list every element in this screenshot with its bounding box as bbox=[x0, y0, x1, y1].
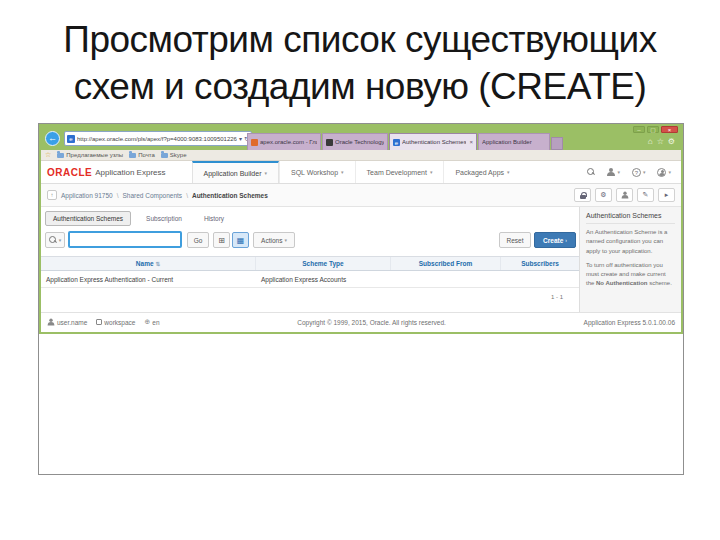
tab-history[interactable]: History bbox=[197, 212, 231, 225]
user-menu[interactable]: ▾ bbox=[657, 168, 671, 177]
screenshot-frame: – ▢ × ← e http://apex.oracle.com/pls/ape… bbox=[38, 123, 684, 475]
back-button[interactable]: ← bbox=[45, 131, 60, 146]
developer-button[interactable] bbox=[616, 188, 633, 202]
column-header-scheme-type[interactable]: Scheme Type bbox=[256, 257, 391, 270]
breadcrumb-current: Authentication Schemes bbox=[192, 192, 268, 199]
lock-icon bbox=[580, 192, 586, 199]
browser-tab-2[interactable]: Oracle Technology Network bbox=[322, 133, 388, 150]
nav-label: Application Builder bbox=[204, 170, 262, 177]
administration-menu[interactable]: ▾ bbox=[607, 168, 620, 176]
favorite-label: Skype bbox=[170, 152, 187, 158]
window-controls: – ▢ × bbox=[633, 126, 678, 133]
tab-authentication-schemes[interactable]: Authentication Schemes bbox=[45, 211, 131, 226]
settings-gear-icon[interactable]: ⚙ bbox=[668, 137, 675, 147]
search-button[interactable] bbox=[587, 168, 595, 176]
favorite-item[interactable]: Предлагаемые узлы bbox=[57, 152, 123, 158]
footer-workspace-text: workspace bbox=[104, 319, 135, 326]
favorite-item[interactable]: Skype bbox=[161, 152, 187, 158]
run-icon: ▸ bbox=[665, 191, 669, 199]
chevron-down-icon: ▾ bbox=[59, 237, 62, 243]
favorite-item[interactable]: Почта bbox=[129, 152, 155, 158]
tab-subscription[interactable]: Subscription bbox=[139, 212, 189, 225]
maximize-button[interactable]: ▢ bbox=[647, 126, 659, 133]
table-row[interactable]: Application Express Authentication - Cur… bbox=[41, 271, 579, 288]
run-button[interactable]: ▸ bbox=[658, 188, 675, 202]
user-avatar-icon bbox=[657, 168, 666, 177]
search-column-button[interactable]: ▾ bbox=[45, 232, 65, 248]
search-toolbar: ▾ Go ⊞ ▦ Actions ▾ Reset Create bbox=[41, 228, 579, 254]
apex-nav: Application Builder ▾ SQL Workshop ▾ Tea… bbox=[192, 161, 521, 183]
chevron-down-icon: ▾ bbox=[430, 169, 433, 175]
search-input[interactable] bbox=[68, 231, 182, 248]
cell-name[interactable]: Application Express Authentication - Cur… bbox=[41, 271, 256, 287]
help-paragraph-2: To turn off authentication you must crea… bbox=[586, 261, 675, 289]
nav-packaged-apps[interactable]: Packaged Apps ▾ bbox=[443, 161, 520, 183]
browser-titlebar: – ▢ × ← e http://apex.oracle.com/pls/ape… bbox=[41, 124, 681, 150]
reset-button[interactable]: Reset bbox=[499, 232, 531, 248]
new-tab-button[interactable] bbox=[551, 137, 563, 150]
actions-button[interactable]: Actions ▾ bbox=[253, 232, 295, 248]
browser-tab-4[interactable]: Application Builder bbox=[478, 133, 550, 150]
icon-view-button[interactable]: ⊞ bbox=[213, 232, 230, 248]
tab-close-icon[interactable]: × bbox=[469, 139, 473, 145]
footer-copyright: Copyright © 1999, 2015, Oracle. All righ… bbox=[160, 319, 584, 326]
chevron-down-icon: ▾ bbox=[341, 169, 344, 175]
home-icon[interactable]: ⌂ bbox=[648, 137, 653, 147]
column-label: Subscribed From bbox=[419, 260, 472, 267]
tab-label: Authentication Schemes bbox=[402, 139, 466, 145]
globe-icon: ⊕ bbox=[144, 318, 150, 326]
column-header-subscribers[interactable]: Subscribers bbox=[501, 257, 579, 270]
browser-tab-active[interactable]: e Authentication Schemes × bbox=[389, 133, 477, 150]
utilities-button[interactable]: ⚙ bbox=[595, 188, 612, 202]
footer-language: ⊕ en bbox=[144, 318, 159, 326]
report-view-button[interactable]: ▦ bbox=[232, 232, 249, 248]
column-header-name[interactable]: Name ⇅ bbox=[41, 257, 256, 270]
search-icon bbox=[49, 236, 57, 244]
edit-button[interactable]: ✎ bbox=[637, 188, 654, 202]
go-button[interactable]: Go bbox=[187, 232, 209, 248]
nav-team-development[interactable]: Team Development ▾ bbox=[355, 161, 444, 183]
region-tabs: Authentication Schemes Subscription Hist… bbox=[41, 207, 579, 227]
autocomplete-caret-icon[interactable]: ▾ bbox=[239, 135, 242, 142]
footer-version: Application Express 5.0.1.00.06 bbox=[584, 319, 675, 326]
up-level-icon[interactable]: ↑ bbox=[47, 190, 57, 200]
nav-application-builder[interactable]: Application Builder ▾ bbox=[192, 161, 280, 183]
apex-header-icons: ▾ ? ▾ ▾ bbox=[587, 161, 681, 183]
chevron-down-icon: ▾ bbox=[643, 169, 646, 175]
breadcrumb-application[interactable]: Application 91750 bbox=[61, 192, 113, 199]
column-header-subscribed-from[interactable]: Subscribed From bbox=[391, 257, 501, 270]
help-p2-bold: No Authentication bbox=[596, 280, 647, 286]
breadcrumb: Application 91750 \ Shared Components \ … bbox=[61, 192, 268, 199]
address-bar[interactable]: e http://apex.oracle.com/pls/apex/f?p=40… bbox=[64, 131, 252, 146]
favorites-star-icon[interactable]: ☆ bbox=[657, 137, 664, 147]
minimize-button[interactable]: – bbox=[633, 126, 645, 133]
favorites-icon[interactable]: ☆ bbox=[45, 151, 51, 159]
create-button[interactable]: Create › bbox=[534, 232, 576, 248]
breadcrumb-bar: ↑ Application 91750 \ Shared Components … bbox=[41, 184, 681, 207]
footer-workspace: workspace bbox=[96, 319, 135, 326]
help-menu[interactable]: ? ▾ bbox=[632, 168, 646, 177]
sort-icon: ⇅ bbox=[156, 261, 161, 267]
footer-language-text: en bbox=[152, 319, 159, 326]
slide-title-line1: Просмотрим список существующих bbox=[0, 16, 720, 63]
tab2-favicon bbox=[326, 139, 333, 146]
help-paragraph-1: An Authentication Scheme is a named conf… bbox=[586, 228, 675, 256]
footer-user: user.name bbox=[47, 318, 87, 326]
browser-tab-1[interactable]: apex.oracle.com - Главная bbox=[247, 133, 321, 150]
pencil-icon: ✎ bbox=[643, 191, 649, 199]
chevron-down-icon: ▾ bbox=[507, 169, 510, 175]
lock-button[interactable] bbox=[574, 188, 591, 202]
main-region: Authentication Schemes Subscription Hist… bbox=[41, 207, 579, 312]
column-label: Subscribers bbox=[521, 260, 559, 267]
help-p2-suffix: scheme. bbox=[647, 280, 671, 286]
browser-window: – ▢ × ← e http://apex.oracle.com/pls/ape… bbox=[39, 124, 683, 334]
breadcrumb-shared-components[interactable]: Shared Components bbox=[123, 192, 183, 199]
chevron-down-icon: ▾ bbox=[284, 237, 287, 243]
close-button[interactable]: × bbox=[661, 126, 678, 133]
nav-label: SQL Workshop bbox=[291, 169, 338, 176]
actions-label: Actions bbox=[261, 237, 282, 244]
cell-subscribed-from bbox=[391, 271, 501, 287]
cell-scheme-type: Application Express Accounts bbox=[256, 271, 391, 287]
footer-left: user.name workspace ⊕ en bbox=[47, 318, 160, 326]
nav-sql-workshop[interactable]: SQL Workshop ▾ bbox=[279, 161, 355, 183]
